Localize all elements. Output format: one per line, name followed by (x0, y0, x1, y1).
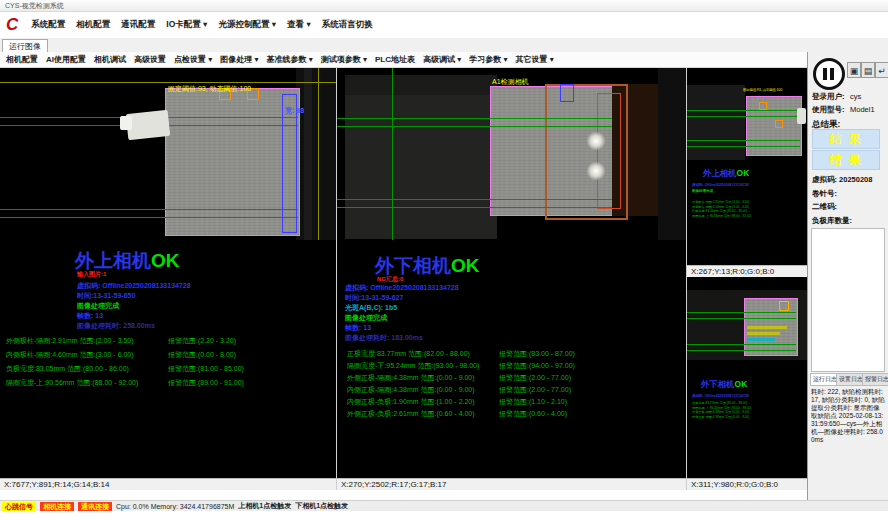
alarm-range: 报警范围:(94.00 - 97.00) (499, 361, 575, 371)
cursor-position-status: X:267;Y:13;R:0;G:0;B:0 (687, 265, 807, 277)
measurement-row: 内侧极柱-隔圈:4.60mm 范围:(3.00 - 6.00) (6, 350, 134, 360)
tool-camera-debug[interactable]: 相机调试 (94, 54, 126, 65)
tool-plc-address-table[interactable]: PLC地址表 (375, 54, 415, 65)
camera-name: 外下相机 (375, 255, 451, 276)
threshold-overlay-label: 固定阈值:93, 动态阈值:100 (168, 84, 251, 94)
machine-structure (345, 75, 497, 95)
toolbar: 相机配置 AI使用配置 相机调试 高级设置 点检设置 ▾ 图像处理 ▾ 基准线参… (0, 52, 888, 68)
elapsed-line: 图像处理耗时: 258.00ms (77, 321, 155, 331)
cursor-position-status: X:270;Y:2502;R:17;G:17;B:17 (337, 478, 686, 490)
menu-comm-config[interactable]: 通讯配置 (121, 19, 155, 31)
weld-glare-spot (586, 162, 606, 180)
thumbnail-view-lower[interactable]: 外下相机OK 虚拟码: Offline20250208133134728 正极宽… (687, 277, 808, 490)
ok-status: OK (735, 379, 748, 389)
defect-annotation-yellow (747, 326, 787, 329)
tool-spotcheck-settings[interactable]: 点检设置 ▾ (174, 54, 212, 65)
overlay-yellow-hline (0, 82, 336, 83)
tool-test-params[interactable]: 测试项参数 ▾ (321, 54, 367, 65)
cpu-memory-status: Cpu: 0.0% Memory: 3424.41796875M (116, 503, 234, 510)
virtual-code-line: 虚拟码: Offline20250208133134728 (345, 283, 459, 293)
measure-line-green (337, 207, 612, 208)
app-status-bar: 心跳信号 相机连接 通讯连接 Cpu: 0.0% Memory: 3424.41… (0, 500, 888, 511)
camera-view-lower[interactable]: A1检测相机 外下相机OK NG汇总:0 虚拟码: Offline2025020… (337, 68, 688, 490)
tab-alarm-log[interactable]: 报警日志 (862, 373, 888, 386)
device-button[interactable]: ▣ (847, 62, 861, 78)
app-logo-icon: C (6, 14, 18, 36)
alarm-range: 报警范围:(81.00 - 85.00) (168, 364, 244, 374)
log-content[interactable]: 耗时: 222, 缺陷检测耗时: 17, 缺陷分类耗时: 0, 缺陷提取分类耗时… (811, 388, 885, 444)
background-structure (304, 68, 312, 240)
time-line: 时间:13-31-59-650 (77, 291, 135, 301)
measure-line-green (687, 140, 800, 141)
measurement-row: 内侧正极-隔圈:4.38mm 范围:(0.00 - 9.00) (692, 415, 752, 420)
overlay-yellow-vline (318, 68, 319, 240)
tool-learning-params[interactable]: 学习参数 ▾ (469, 54, 507, 65)
camera-view-upper[interactable]: 固定阈值:93, 动态阈值:100 宽: 88 外上相机OK 输入图片:1 虚拟… (0, 68, 338, 490)
defect-annotation-yellow (747, 332, 780, 335)
menu-light-config[interactable]: 光源控制配置 ▾ (218, 19, 276, 31)
thumbnail-measurements: 外侧极柱-隔圈:2.91mm 范围:(2.00 - 3.50) 内侧极柱-隔圈:… (692, 200, 752, 218)
tool-advanced-settings[interactable]: 高级设置 (134, 54, 166, 65)
menu-view[interactable]: 查看 ▾ (287, 19, 311, 31)
measure-line-green (0, 209, 298, 210)
thumbnail-result-title: 外上相机OK (703, 166, 749, 179)
model-label: 使用型号: (812, 105, 845, 115)
return-icon: ↵ (878, 66, 886, 76)
menu-io-config[interactable]: IO卡配置 ▾ (166, 19, 207, 31)
connector-tab-image (126, 110, 170, 140)
tool-advanced-debug[interactable]: 高级调试 ▾ (423, 54, 461, 65)
measurement-row: 内侧正极-隔圈:4.38mm 范围:(0.00 - 9.00) (347, 385, 475, 395)
measurement-row: 隔圈宽度-下:95.24mm 范围:(93.00 - 98.00) (347, 361, 479, 371)
thumbnail-view-upper[interactable]: 固定阈值:93, 动态阈值:100 外上相机OK 虚拟码: Offline202… (687, 68, 808, 277)
measure-line-green (337, 118, 612, 119)
panel-button[interactable]: ▤ (861, 62, 875, 78)
alarm-range: 报警范围:(2.00 - 77.00) (499, 385, 571, 395)
lower-camera-trigger[interactable]: 下相机1点检触发 (295, 501, 348, 511)
tool-ai-config[interactable]: AI使用配置 (46, 54, 86, 65)
tab-strip: 运行图像 (0, 38, 888, 53)
cursor-position-status: X:7677;Y:891;R:14;G:14;B:14 (0, 478, 336, 490)
menu-system-config[interactable]: 系统配置 (31, 19, 65, 31)
measurement-row: 外侧极柱-隔圈:2.91mm 范围:(2.00 - 3.50) (6, 336, 134, 346)
log-tab-strip: 运行日志 设置日志 报警日志 (810, 373, 888, 384)
spot-line: 光斑A(B,C): 1b5 (345, 303, 397, 313)
result-badge-lower: 结 果 (812, 150, 880, 170)
menu-language-switch[interactable]: 系统语言切换 (322, 19, 373, 31)
measure-line-green (687, 116, 800, 117)
login-user-label: 登录用户: (812, 92, 845, 102)
process-done-line: 图像处理完成 (77, 301, 119, 311)
alarm-range: 报警范围:(0.60 - 4.00) (499, 409, 567, 419)
tool-baseline-params[interactable]: 基准线参数 ▾ (267, 54, 313, 65)
weld-glare-spot (586, 132, 606, 150)
upper-camera-trigger[interactable]: 上相机1点检触发 (238, 501, 291, 511)
measurement-row: 外侧正极-隔圈:4.38mm 范围:(0.00 - 9.00) (347, 373, 475, 383)
pause-icon (830, 68, 834, 80)
tool-other-settings[interactable]: 其它设置 ▾ (516, 54, 554, 65)
defect-annotation-cyan (747, 338, 775, 341)
camera-connect-badge: 相机连接 (40, 502, 74, 511)
roi-box-orange (759, 102, 767, 110)
measurement-row: 隔圈宽度-上:90.56mm 范围:(88.00 - 92.00) (6, 378, 138, 388)
alarm-range: 报警范围:(1.10 - 2.10) (499, 397, 567, 407)
tool-camera-config[interactable]: 相机配置 (6, 54, 38, 65)
result-list-box[interactable] (811, 228, 885, 372)
alarm-range: 报警范围:(89.00 - 91.00) (168, 378, 244, 388)
frame-count-line: 帧数: 13 (345, 323, 371, 333)
measure-vline-green (392, 68, 393, 240)
menu-camera-config[interactable]: 相机配置 (76, 19, 110, 31)
menu-bar: C 系统配置 相机配置 通讯配置 IO卡配置 ▾ 光源控制配置 ▾ 查看 ▾ 系… (0, 12, 888, 38)
tool-image-processing[interactable]: 图像处理 ▾ (220, 54, 258, 65)
process-done-line: 图像处理完成 (692, 188, 713, 193)
window-titlebar[interactable]: CYS-视觉检测系统 (0, 0, 888, 12)
ok-status: OK (151, 250, 180, 271)
roi-box-blue (560, 84, 574, 102)
tab-run-image[interactable]: 运行图像 (2, 39, 48, 53)
return-button[interactable]: ↵ (875, 62, 888, 78)
pause-button[interactable] (813, 58, 845, 90)
app-window: CYS-视觉检测系统 C 系统配置 相机配置 通讯配置 IO卡配置 ▾ 光源控制… (0, 0, 888, 522)
machine-structure (345, 75, 497, 239)
virtual-code-line: 虚拟码: Offline20250208133134728 (692, 393, 749, 398)
alarm-range: 报警范围:(2.20 - 3.20) (168, 336, 236, 346)
thumbnail-result-title: 外下相机OK (701, 377, 747, 390)
measurement-row: 外侧正极-负极:2.61mm 范围:(0.60 - 4.00) (347, 409, 475, 419)
